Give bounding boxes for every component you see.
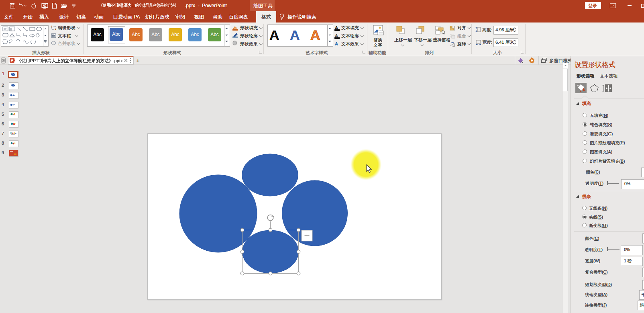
svg-text:P: P — [11, 58, 14, 63]
